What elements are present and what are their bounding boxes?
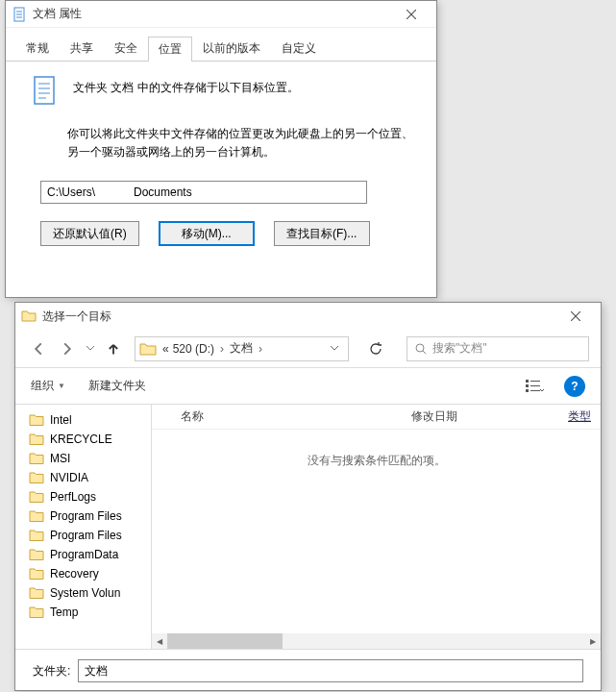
toolbar: 组织▼ 新建文件夹 ? (15, 368, 601, 405)
folder-icon (29, 471, 44, 484)
tab-previous[interactable]: 以前的版本 (192, 36, 271, 61)
folder-icon (29, 452, 44, 465)
address-bar[interactable]: « 520 (D:) › 文档 › (135, 336, 349, 361)
chevron-down-icon (86, 346, 94, 351)
column-date[interactable]: 修改日期 (411, 408, 502, 425)
breadcrumb-drive[interactable]: 520 (D:) (173, 342, 214, 356)
tree-item-label: MSI (50, 452, 70, 465)
tree-item[interactable]: NVIDIA (15, 468, 151, 487)
column-name[interactable]: 名称 (181, 408, 411, 425)
search-input[interactable]: 搜索"文档" (407, 336, 589, 361)
folder-name-input[interactable] (78, 659, 583, 682)
tree-item[interactable]: Program Files (15, 526, 151, 545)
search-icon (415, 343, 427, 355)
scrollbar-thumb[interactable] (167, 633, 283, 649)
tree-item[interactable]: PerfLogs (15, 487, 151, 507)
browse-dialog: 选择一个目标 « 520 (D:) › 文档 › 搜索"文档" 组织▼ 新建文件… (14, 302, 602, 691)
history-dropdown[interactable] (85, 337, 96, 360)
folder-icon (29, 606, 44, 619)
document-large-icon (29, 75, 60, 106)
tree-item[interactable]: Temp (15, 603, 151, 622)
info-text: 你可以将此文件夹中文件存储的位置更改为此硬盘上的另一个位置、另一个驱动器或网络上… (67, 125, 413, 161)
tab-strip: 常规 共享 安全 位置 以前的版本 自定义 (6, 32, 436, 62)
horizontal-scrollbar[interactable]: ◀ ▶ (152, 633, 601, 649)
browse-titlebar: 选择一个目标 (15, 303, 601, 330)
organize-button[interactable]: 组织▼ (31, 378, 65, 394)
new-folder-button[interactable]: 新建文件夹 (88, 378, 146, 394)
folder-icon (29, 529, 44, 542)
tree-item-label: Program Files (50, 509, 122, 523)
tab-location[interactable]: 位置 (148, 37, 192, 62)
svg-rect-6 (35, 77, 54, 104)
column-headers: 名称 修改日期 类型 (152, 405, 601, 430)
view-button[interactable] (518, 375, 553, 398)
tab-general[interactable]: 常规 (15, 36, 60, 61)
folder-icon (29, 413, 44, 427)
scroll-right-icon[interactable]: ▶ (585, 633, 601, 649)
folder-icon (29, 548, 44, 561)
svg-point-13 (416, 344, 424, 352)
up-button[interactable] (102, 337, 125, 360)
tab-content: 文件夹 文档 中的文件存储于以下目标位置。 你可以将此文件夹中文件存储的位置更改… (6, 62, 436, 260)
forward-button[interactable] (56, 337, 79, 360)
list-view-icon (526, 380, 545, 393)
nav-row: « 520 (D:) › 文档 › 搜索"文档" (15, 330, 601, 368)
folder-icon (29, 490, 44, 504)
scroll-left-icon[interactable]: ◀ (152, 633, 167, 649)
document-icon (12, 7, 27, 22)
chevron-down-icon (331, 346, 338, 351)
folder-icon (29, 586, 44, 600)
tree-item-label: Intel (50, 413, 72, 427)
restore-default-button[interactable]: 还原默认值(R) (40, 221, 139, 246)
header-text: 文件夹 文档 中的文件存储于以下目标位置。 (73, 75, 299, 101)
close-icon (571, 311, 580, 321)
column-type[interactable]: 类型 (502, 408, 602, 425)
svg-rect-17 (526, 384, 529, 387)
folder-icon (29, 509, 44, 523)
search-placeholder: 搜索"文档" (432, 340, 487, 357)
folder-icon (21, 309, 37, 324)
svg-rect-19 (526, 389, 529, 392)
folder-label: 文件夹: (33, 663, 70, 680)
chevron-right-icon: › (220, 342, 224, 356)
path-input[interactable] (40, 181, 367, 204)
file-list-pane: 名称 修改日期 类型 没有与搜索条件匹配的项。 ◀ ▶ (152, 405, 601, 649)
tree-item[interactable]: Recovery (15, 564, 151, 583)
browse-title: 选择一个目标 (42, 309, 556, 325)
tree-item[interactable]: Program Files (15, 507, 151, 526)
tree-item-label: ProgramData (50, 548, 118, 561)
tab-sharing[interactable]: 共享 (60, 36, 104, 61)
empty-message: 没有与搜索条件匹配的项。 (152, 430, 601, 492)
breadcrumb-folder[interactable]: 文档 (230, 340, 253, 357)
arrow-left-icon (32, 342, 45, 356)
tree-item[interactable]: ProgramData (15, 545, 151, 564)
properties-dialog: 文档 属性 常规 共享 安全 位置 以前的版本 自定义 文件夹 文档 中的文件存… (5, 0, 437, 298)
browse-body: IntelKRECYCLEMSINVIDIAPerfLogsProgram Fi… (15, 405, 601, 649)
refresh-icon (369, 342, 382, 356)
tree-item[interactable]: MSI (15, 449, 151, 468)
tree-item[interactable]: System Volun (15, 583, 151, 603)
tab-custom[interactable]: 自定义 (271, 36, 327, 61)
browse-close-button[interactable] (556, 305, 595, 328)
find-target-button[interactable]: 查找目标(F)... (274, 221, 370, 246)
chevron-down-icon: ▼ (58, 382, 65, 390)
tree-item[interactable]: KRECYCLE (15, 430, 151, 449)
move-button[interactable]: 移动(M)... (159, 221, 255, 246)
back-button[interactable] (27, 337, 50, 360)
close-button[interactable] (392, 3, 431, 26)
svg-rect-15 (526, 380, 529, 383)
help-button[interactable]: ? (564, 376, 585, 397)
refresh-button[interactable] (362, 336, 389, 361)
svg-rect-16 (530, 381, 540, 382)
tree-item-label: System Volun (50, 586, 120, 600)
footer-row: 文件夹: (15, 649, 601, 692)
folder-icon (29, 567, 44, 581)
tree-item[interactable]: Intel (15, 410, 151, 430)
svg-line-14 (423, 351, 426, 354)
address-dropdown[interactable] (325, 346, 344, 351)
tree-item-label: NVIDIA (50, 471, 88, 484)
tab-security[interactable]: 安全 (104, 36, 148, 61)
folder-icon (29, 432, 44, 446)
tree-item-label: KRECYCLE (50, 432, 112, 446)
arrow-right-icon (61, 342, 74, 356)
